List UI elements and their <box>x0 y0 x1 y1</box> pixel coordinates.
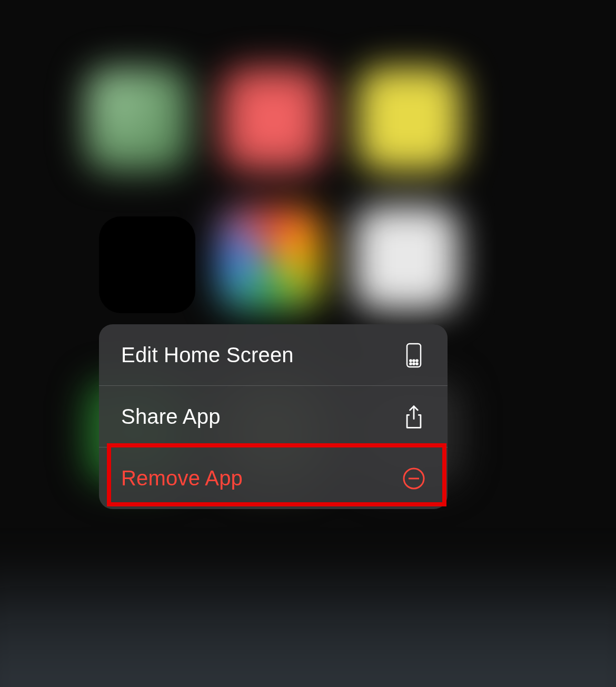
background-app-icon <box>357 67 462 171</box>
share-icon <box>402 404 425 430</box>
background-app-icon <box>218 206 323 310</box>
svg-point-2 <box>413 360 414 361</box>
share-app-menu-item[interactable]: Share App <box>99 386 448 447</box>
remove-app-menu-item[interactable]: Remove App <box>99 447 448 509</box>
dock-area-blur <box>0 553 616 687</box>
svg-point-6 <box>416 363 418 364</box>
svg-point-1 <box>410 360 411 361</box>
selected-app-icon[interactable] <box>99 216 195 313</box>
svg-point-3 <box>416 360 418 361</box>
svg-point-4 <box>410 363 411 364</box>
background-app-icon <box>85 67 190 171</box>
menu-item-label: Edit Home Screen <box>121 343 294 367</box>
app-context-menu: Edit Home Screen Share App Remove App <box>99 324 448 509</box>
edit-home-screen-menu-item[interactable]: Edit Home Screen <box>99 324 448 386</box>
svg-point-5 <box>413 363 414 364</box>
background-app-icon <box>354 206 459 310</box>
background-app-icon <box>221 67 325 171</box>
menu-item-label: Share App <box>121 405 221 429</box>
menu-item-label: Remove App <box>121 466 243 490</box>
home-screen-grid-icon <box>402 343 425 368</box>
remove-circle-icon <box>402 466 425 491</box>
